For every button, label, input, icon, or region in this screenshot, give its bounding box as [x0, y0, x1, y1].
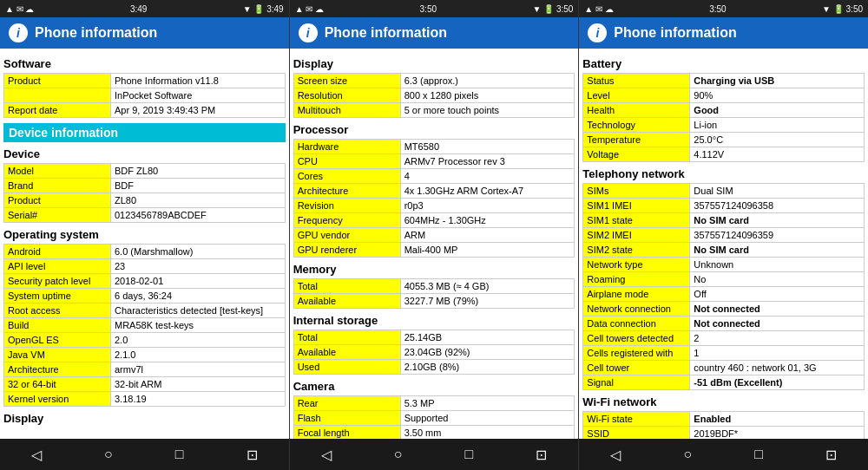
row-label: SIM1 IMEI	[583, 199, 690, 213]
nav-bar: ◁○□⊡	[290, 439, 579, 470]
nav-btn-1[interactable]: ○	[394, 447, 403, 462]
app-icon: i	[588, 23, 607, 42]
row-label: System uptime	[4, 289, 111, 304]
page-title: Phone information	[35, 25, 157, 41]
row-value: 2018-02-01	[110, 274, 285, 289]
status-time: 3:50	[420, 4, 437, 14]
table-row: SIM2 IMEI357557124096359	[583, 228, 865, 243]
row-value: Supported	[400, 411, 575, 426]
row-label: Available	[293, 345, 400, 360]
nav-btn-1[interactable]: ○	[104, 447, 113, 462]
app-icon: i	[299, 23, 318, 42]
row-label: Java VM	[4, 348, 111, 362]
nav-btn-3[interactable]: ⊡	[536, 447, 547, 463]
row-label: SSID	[583, 427, 690, 440]
nav-bar: ◁○□⊡	[579, 439, 868, 470]
section-title-camera: Camera	[293, 380, 575, 393]
row-value: 5.3 MP	[400, 396, 575, 411]
table-row: Cores4	[293, 169, 575, 184]
row-value: ZL80	[110, 193, 285, 208]
row-value: Not connected	[690, 317, 865, 331]
row-value: 2.10GB (8%)	[400, 360, 575, 375]
table-row: Used2.10GB (8%)	[293, 360, 575, 375]
table-row: ProductZL80	[4, 193, 286, 208]
row-label: Wi-Fi state	[583, 412, 690, 427]
table-row: StatusCharging via USB	[583, 74, 865, 88]
nav-btn-2[interactable]: □	[754, 447, 763, 462]
row-value: 2.0	[110, 333, 285, 348]
nav-btn-0[interactable]: ◁	[31, 447, 42, 463]
row-label: Revision	[293, 199, 400, 213]
row-value: No	[690, 272, 865, 287]
row-label: Health	[583, 103, 690, 118]
nav-btn-1[interactable]: ○	[683, 447, 692, 462]
row-value: Li-ion	[690, 118, 865, 133]
row-label: Cell towers detected	[583, 331, 690, 346]
title-bar: iPhone information	[0, 17, 289, 49]
row-value: armv7l	[110, 362, 285, 377]
row-value: 2	[690, 331, 865, 346]
info-table: Total25.14GBAvailable23.04GB (92%)Used2.…	[293, 330, 575, 375]
row-value: ARM	[400, 228, 575, 243]
table-row: Available23.04GB (92%)	[293, 345, 575, 360]
row-label: Flash	[293, 411, 400, 426]
panel-3: ▲ ✉ ☁3:50▼ 🔋 3:50iPhone informationBatte…	[579, 0, 868, 470]
row-label: API level	[4, 259, 111, 274]
row-value: Good	[690, 103, 865, 118]
table-row: Root accessCharacteristics detected [tes…	[4, 304, 286, 318]
table-row: HardwareMT6580	[293, 140, 575, 154]
row-label: Cell tower	[583, 361, 690, 375]
nav-btn-2[interactable]: □	[465, 447, 474, 462]
row-label: Cores	[293, 169, 400, 184]
row-value: 5 or more touch points	[400, 103, 575, 118]
content-area: BatteryStatusCharging via USBLevel90%Hea…	[579, 49, 868, 439]
title-bar: iPhone information	[579, 17, 868, 49]
nav-btn-0[interactable]: ◁	[610, 447, 621, 463]
table-row: Kernel version3.18.19	[4, 392, 286, 407]
table-row: Wi-Fi stateEnabled	[583, 412, 865, 427]
row-label: Product	[4, 193, 111, 208]
info-table: Total4055.3 MB (≈ 4 GB)Available3227.7 M…	[293, 278, 575, 309]
row-label: Multitouch	[293, 103, 400, 118]
section-title-telephony-network: Telephony network	[582, 167, 865, 180]
title-bar: iPhone information	[290, 17, 579, 49]
table-row: Screen size6.3 (approx.)	[293, 74, 575, 88]
row-value: 23	[110, 259, 285, 274]
table-row: GPU vendorARM	[293, 228, 575, 243]
row-label: Root access	[4, 304, 111, 318]
row-value: No SIM card	[690, 213, 865, 228]
row-label: Rear	[293, 396, 400, 411]
panel-2: ▲ ✉ ☁3:50▼ 🔋 3:50iPhone informationDispl…	[290, 0, 580, 470]
row-value: Off	[690, 287, 865, 302]
row-label: Model	[4, 164, 111, 179]
status-right: ▼ 🔋 3:49	[243, 4, 284, 14]
row-label: Security patch level	[4, 274, 111, 289]
row-value: Phone Information v11.8	[110, 74, 285, 88]
table-row: Voltage4.112V	[583, 147, 865, 162]
nav-btn-3[interactable]: ⊡	[825, 447, 837, 463]
row-label: Level	[583, 88, 690, 103]
status-bar: ▲ ✉ ☁3:50▼ 🔋 3:50	[290, 0, 579, 17]
table-row: SIM1 IMEI357557124096358	[583, 199, 865, 213]
row-value: BDF ZL80	[110, 164, 285, 179]
table-row: SIMsDual SIM	[583, 184, 865, 199]
row-value: 3.18.19	[110, 392, 285, 407]
row-label: Voltage	[583, 147, 690, 162]
status-time: 3:50	[709, 4, 726, 14]
table-row: SIM1 stateNo SIM card	[583, 213, 865, 228]
row-value: BDF	[110, 179, 285, 193]
nav-btn-0[interactable]: ◁	[321, 447, 332, 463]
nav-btn-3[interactable]: ⊡	[247, 447, 258, 463]
row-label: GPU renderer	[293, 243, 400, 258]
table-row: Java VM2.1.0	[4, 348, 286, 362]
nav-btn-2[interactable]: □	[175, 447, 184, 462]
row-label: Brand	[4, 179, 111, 193]
table-row: CPUARMv7 Processor rev 3	[293, 154, 575, 169]
subsection-title-display: Display	[3, 412, 286, 425]
table-row: ModelBDF ZL80	[4, 164, 286, 179]
table-row: Focal length3.50 mm	[293, 426, 575, 440]
section-title-internal-storage: Internal storage	[293, 314, 575, 327]
status-right: ▼ 🔋 3:50	[822, 4, 863, 14]
table-row: ProductPhone Information v11.8	[4, 74, 286, 88]
status-left: ▲ ✉ ☁	[584, 4, 613, 14]
